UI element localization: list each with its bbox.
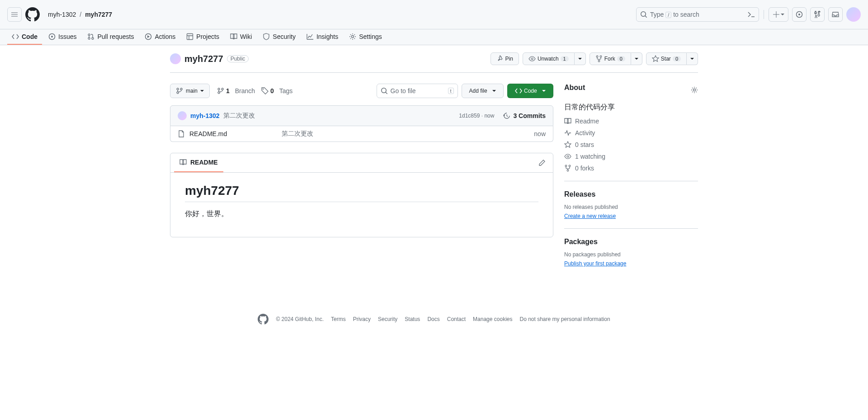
footer-link[interactable]: Privacy <box>353 316 371 322</box>
svg-point-23 <box>565 165 567 167</box>
svg-point-24 <box>569 165 571 167</box>
footer-link[interactable]: Manage cookies <box>473 316 512 322</box>
issues-button[interactable] <box>792 7 807 22</box>
fork-dropdown[interactable] <box>631 52 642 65</box>
code-icon <box>12 33 19 40</box>
svg-point-21 <box>693 89 696 91</box>
releases-heading: Releases <box>564 190 698 198</box>
readme-tab[interactable]: README <box>174 153 223 172</box>
go-to-file-input[interactable]: Go to file t <box>377 84 458 98</box>
book-icon <box>179 159 187 166</box>
svg-point-6 <box>92 38 94 39</box>
star-button[interactable]: Star0 <box>646 52 687 65</box>
book-icon <box>230 33 237 40</box>
footer-link[interactable]: Terms <box>331 316 346 322</box>
footer-link[interactable]: Do not share my personal information <box>519 316 610 322</box>
activity-link[interactable]: Activity <box>575 129 595 137</box>
caret-down-icon <box>542 90 546 92</box>
readme-content: myh7277 你好，世界。 <box>170 173 553 237</box>
github-logo-icon[interactable] <box>258 314 269 325</box>
latest-commit-bar: myh-1302 第二次更改 1d1c859 · now 3 Commits <box>170 105 553 126</box>
commit-message-link[interactable]: 第二次更改 <box>223 112 255 120</box>
pull-requests-button[interactable] <box>810 7 825 22</box>
add-file-button[interactable]: Add file <box>462 84 504 98</box>
nav-issues[interactable]: Issues <box>44 29 81 45</box>
footer-link[interactable]: Docs <box>427 316 439 322</box>
play-icon <box>145 33 152 40</box>
repo-forked-icon <box>564 165 571 172</box>
star-dropdown[interactable] <box>687 52 698 65</box>
stars-link[interactable]: 0 stars <box>575 141 594 148</box>
footer-link[interactable]: Security <box>378 316 397 322</box>
readme-heading: myh7277 <box>185 184 538 202</box>
menu-button[interactable] <box>7 7 22 22</box>
nav-insights[interactable]: Insights <box>302 29 343 45</box>
eye-icon <box>528 55 536 62</box>
create-new-button[interactable] <box>769 7 788 22</box>
svg-point-22 <box>567 156 569 157</box>
svg-point-13 <box>598 60 600 62</box>
footer-link[interactable]: Status <box>405 316 420 322</box>
breadcrumb-repo[interactable]: myh7277 <box>82 9 115 20</box>
git-branch-icon <box>176 87 183 94</box>
svg-point-11 <box>596 56 598 57</box>
unwatch-button[interactable]: Unwatch1 <box>523 52 575 65</box>
inbox-icon <box>832 11 839 18</box>
owner-avatar[interactable] <box>170 53 181 64</box>
commit-sha-link[interactable]: 1d1c859 · now <box>459 113 494 119</box>
nav-security[interactable]: Security <box>258 29 300 45</box>
repo-nav: Code Issues Pull requests Actions Projec… <box>0 29 868 45</box>
nav-wiki[interactable]: Wiki <box>226 29 256 45</box>
svg-rect-8 <box>187 34 193 40</box>
edit-readme-button[interactable] <box>535 156 549 170</box>
eye-icon <box>564 153 571 160</box>
nav-actions[interactable]: Actions <box>140 29 180 45</box>
svg-point-25 <box>567 170 569 171</box>
nav-code[interactable]: Code <box>7 29 42 45</box>
commit-author-avatar[interactable] <box>178 111 187 120</box>
unwatch-dropdown[interactable] <box>575 52 586 65</box>
file-row: README.md 第二次更改 now <box>170 126 553 142</box>
branch-select-button[interactable]: main <box>170 84 210 98</box>
watching-link[interactable]: 1 watching <box>575 153 605 160</box>
search-icon <box>640 11 647 18</box>
github-logo-icon[interactable] <box>25 7 40 22</box>
pin-button[interactable]: Pin <box>491 52 519 65</box>
svg-point-14 <box>177 88 179 90</box>
breadcrumb: myh-1302 / myh7277 <box>45 9 115 20</box>
svg-point-15 <box>177 92 179 94</box>
caret-down-icon <box>635 58 638 60</box>
fork-button[interactable]: Fork0 <box>590 52 631 65</box>
svg-point-9 <box>352 36 354 38</box>
pencil-icon <box>538 159 546 166</box>
nav-pull-requests[interactable]: Pull requests <box>83 29 138 45</box>
search-input[interactable]: Type / to search <box>636 7 759 22</box>
footer-link[interactable]: Contact <box>447 316 466 322</box>
breadcrumb-owner[interactable]: myh-1302 <box>45 9 79 20</box>
file-name-link[interactable]: README.md <box>189 130 227 137</box>
svg-point-5 <box>88 38 90 39</box>
readme-link[interactable]: Readme <box>575 118 599 125</box>
branches-link[interactable]: 1 Branch <box>217 87 255 94</box>
shield-icon <box>263 33 270 40</box>
pin-icon <box>496 55 504 62</box>
nav-projects[interactable]: Projects <box>182 29 224 45</box>
forks-link[interactable]: 0 forks <box>575 165 594 172</box>
commits-history-link[interactable]: 3 Commits <box>503 112 546 119</box>
tags-link[interactable]: 0 Tags <box>261 87 292 94</box>
notifications-button[interactable] <box>828 7 843 22</box>
git-branch-icon <box>217 87 224 94</box>
file-list: README.md 第二次更改 now <box>170 126 553 142</box>
no-packages-text: No packages published <box>564 251 698 258</box>
create-release-link[interactable]: Create a new release <box>564 213 616 219</box>
packages-heading: Packages <box>564 238 698 246</box>
user-avatar[interactable] <box>846 7 861 22</box>
repo-settings-button[interactable] <box>691 86 698 95</box>
publish-package-link[interactable]: Publish your first package <box>564 260 626 267</box>
code-button[interactable]: Code <box>507 84 553 98</box>
caret-down-icon <box>781 14 784 15</box>
commit-author-link[interactable]: myh-1302 <box>190 112 220 119</box>
no-releases-text: No releases published <box>564 204 698 210</box>
file-commit-message-link[interactable]: 第二次更改 <box>282 130 534 138</box>
nav-settings[interactable]: Settings <box>344 29 387 45</box>
